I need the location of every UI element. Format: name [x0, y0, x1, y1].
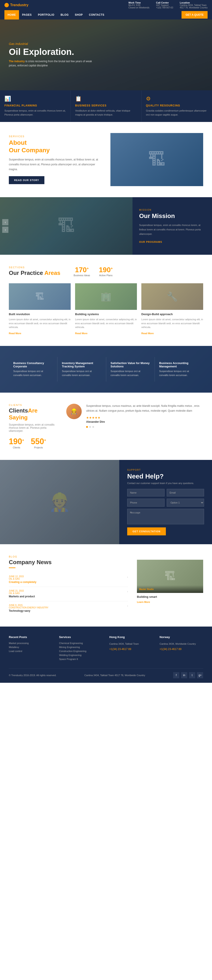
news-cat-2: OIL & GAS	[9, 592, 35, 595]
testimonial-text: Suspendisse tempus, cursus maximus, ac a…	[86, 404, 203, 413]
hero-subtitle-em: The industry	[9, 60, 25, 63]
service-banner-body-1: Suspendisse tempus orci at convallis lor…	[13, 369, 53, 377]
social-facebook[interactable]: f	[173, 672, 179, 678]
news-item-3-content: JUNE 8, 2015 CONSTRUCTION ENERGY INDUSTR…	[9, 604, 48, 613]
nav-shop[interactable]: Shop	[72, 10, 86, 19]
footer-hk-phone: +1(34) 23-4617 89	[109, 648, 153, 651]
footer-norway: Norway Cantina 3434, Worldwide Country +…	[160, 635, 203, 662]
footer-services: Services Chemical Engineering Mining Eng…	[59, 635, 103, 662]
news-item-1[interactable]: JUNE 12, 2015 OIL & GAS Creating a compl…	[9, 573, 128, 587]
news-arrow-2: ›	[127, 590, 128, 593]
footer-top: Recent Posts Market processing Metallevy…	[9, 635, 203, 662]
clients-body: Suspendisse tempus, enim at convallis rh…	[9, 423, 57, 433]
social-googleplus[interactable]: g+	[197, 672, 203, 678]
mission-prev-button[interactable]: ‹	[2, 219, 8, 225]
footer-service-1: Chemical Engineering	[59, 642, 103, 644]
nav-portfolio[interactable]: Portfolio	[35, 10, 58, 19]
hero-tag: Gas Industrial	[9, 42, 119, 46]
location-city: 4517 78, Worldwide Country	[180, 6, 207, 9]
footer-hong-kong: Hong Kong Cantina 3434, Talktail Town +1…	[109, 635, 153, 662]
feature-card-body-2: Vestibulum at dolor eleifend vehicula, v…	[75, 109, 137, 117]
help-form-container: Support Need Help? Contact our customer …	[119, 460, 212, 544]
practice-img-3: 🔧	[141, 283, 203, 310]
service-banner-body-3: Suspendisse tempus orci at convallis lor…	[111, 369, 150, 377]
news-item-2[interactable]: JUNE 21, 2015 OIL & GAS Markets and prod…	[9, 587, 128, 601]
call-support: 24/7 Support	[156, 4, 173, 6]
service-banner-title-2: Inventory Management Tracking System	[62, 361, 101, 368]
about-tag: Services	[9, 135, 101, 138]
service-banner-title-1: Business Consultancy Corporate	[13, 361, 53, 368]
client-stars: ★★★★★	[86, 416, 203, 419]
stat-num-2: 190+	[99, 266, 113, 274]
practice-read-more-1[interactable]: Read More	[9, 332, 21, 335]
about-section: Services About Our Company Suspendisse t…	[0, 122, 212, 197]
mission-title: Our Mission	[139, 212, 206, 220]
call-number: +1(0) 789-567-63	[156, 6, 173, 9]
news-title-1: Creating a completely	[9, 581, 36, 584]
footer-norway-address: Cantina 3434, Worldwide Country	[160, 642, 203, 646]
logo-icon	[5, 3, 9, 7]
help-option-select[interactable]: Option 1	[167, 499, 204, 507]
top-bar: Trendustry Work Time Mo-Fri: 9:00 Closed…	[0, 0, 212, 10]
practice-card-body-1: Lorem ipsum dolor sit amet, consectetur …	[9, 318, 71, 329]
services-banner: Business Consultancy Corporate Suspendis…	[0, 346, 212, 393]
practice-read-more-3[interactable]: Read More	[141, 332, 154, 335]
help-tag: Support	[127, 469, 204, 471]
mission-img-icon: 🏗	[57, 216, 75, 236]
nav-pages[interactable]: Pages	[19, 10, 35, 19]
nav-home[interactable]: Home	[5, 10, 19, 19]
stat-active-plans: 190+ Active Plans	[99, 266, 113, 277]
help-phone-input[interactable]	[127, 499, 165, 507]
nav-links: Home Pages Portfolio Blog Shop Contacts	[5, 10, 108, 19]
mission-next-button[interactable]: ›	[2, 227, 8, 233]
practice-card-title-1: Built revolution	[9, 312, 71, 316]
footer-hk-title: Hong Kong	[109, 635, 153, 639]
brand-logo: Trendustry	[5, 3, 28, 7]
stat-business-ideas: 170+ Business Ideas	[74, 266, 90, 277]
news-date-3: JUNE 8, 2015	[9, 604, 48, 606]
practice-card-title-2: Building systems	[75, 312, 137, 316]
testimonial-dots	[86, 426, 203, 428]
nav-blog[interactable]: Blog	[57, 10, 72, 19]
mission-section: 🏗 ‹ › Mission Our Mission Suspendisse te…	[0, 197, 212, 255]
stat-num-1: 170+	[74, 266, 90, 274]
feature-card-title-3: Quality Resourcing	[146, 104, 207, 107]
read-our-story-button[interactable]: Read Our Story	[9, 176, 44, 184]
news-title-3: Technology-savy	[9, 609, 48, 612]
help-name-input[interactable]	[127, 489, 165, 496]
news-date-1: JUNE 12, 2015	[9, 575, 36, 578]
news-right: 🏗 Master Studio Building smart Learn Mor…	[137, 555, 203, 616]
footer-recent-posts-list: Market processing Metallevy Load control	[9, 642, 52, 652]
financial-icon: 📊	[5, 95, 66, 102]
projects-num: 550+	[31, 437, 46, 446]
news-arrow-3: ›	[127, 604, 128, 608]
brand-name: Trendustry	[10, 3, 28, 7]
clients-tag: Clients	[9, 404, 57, 406]
dot-1[interactable]	[86, 426, 88, 428]
call-center-info: Call Center 24/7 Support +1(0) 789-567-6…	[156, 1, 173, 9]
help-message-textarea[interactable]	[127, 509, 204, 524]
about-image: 🏗	[111, 133, 203, 186]
practice-read-more-2[interactable]: Read More	[75, 332, 87, 335]
about-img-icon: 🏗	[148, 150, 166, 170]
nav-contacts[interactable]: Contacts	[86, 10, 108, 19]
feature-card-title-1: Financial Planning	[5, 104, 66, 107]
dot-3[interactable]	[92, 426, 94, 428]
get-quote-button[interactable]: Get A Quote	[182, 11, 207, 19]
stat-label-2: Active Plans	[99, 274, 113, 277]
service-banner-title-3: Satisfaction Value for Money Solutions	[111, 361, 150, 368]
news-item-3[interactable]: JUNE 8, 2015 CONSTRUCTION ENERGY INDUSTR…	[9, 601, 128, 616]
mission-link[interactable]: Our Programs	[139, 240, 206, 243]
work-time-info: Work Time Mo-Fri: 9:00 Closed on Weekend…	[128, 1, 150, 9]
practice-img-2: 🏢	[75, 283, 137, 310]
service-banner-title-4: Business Accounting Management	[159, 361, 199, 368]
get-consultation-button[interactable]: Get Consultation	[127, 527, 166, 535]
news-featured: 🏗 Master Studio Building smart Learn Mor…	[137, 560, 203, 603]
dot-2[interactable]	[89, 426, 91, 428]
social-twitter[interactable]: t	[189, 672, 195, 678]
help-email-input[interactable]	[167, 489, 204, 496]
news-featured-link[interactable]: Learn More	[137, 601, 150, 603]
footer-recent-posts-title: Recent Posts	[9, 635, 52, 639]
social-linkedin[interactable]: in	[181, 672, 187, 678]
footer: Recent Posts Market processing Metallevy…	[0, 627, 212, 683]
